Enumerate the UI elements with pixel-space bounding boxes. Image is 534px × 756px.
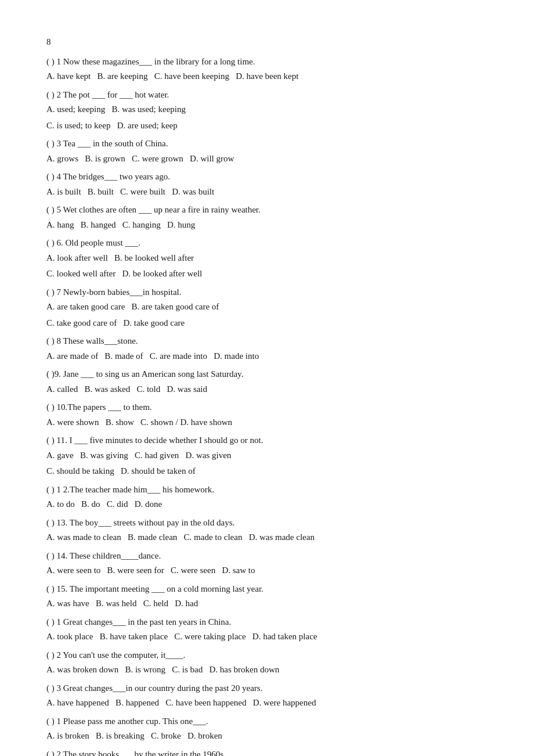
q11-text: ( ) 11. I ___ five minutes to decide whe… bbox=[46, 433, 488, 448]
q5-a: A. hang B. hanged C. hanging D. hung bbox=[46, 218, 488, 233]
q12-text: ( ) 1 2.The teacher made him___ his home… bbox=[46, 483, 488, 498]
q8-a: A. are made of B. made of C. are made in… bbox=[46, 349, 488, 364]
q12-a: A. to do B. do C. did D. done bbox=[46, 497, 488, 512]
q3-a: A. grows B. is grown C. were grown D. wi… bbox=[46, 152, 488, 167]
q14-text: ( ) 14. These children____dance. bbox=[46, 549, 488, 564]
page-number: 8 bbox=[46, 35, 488, 50]
q4-a: A. is built B. built C. were built D. wa… bbox=[46, 185, 488, 200]
q17-a: A. was broken down B. is wrong C. is bad… bbox=[46, 663, 488, 678]
q11-a1: A. gave B. was giving C. had given D. wa… bbox=[46, 448, 488, 463]
q14-a: A. were seen to B. were seen for C. were… bbox=[46, 563, 488, 578]
q9-text: ( )9. Jane ___ to sing us an American so… bbox=[46, 367, 488, 382]
q15-a: A. was have B. was held C. held D. had bbox=[46, 596, 488, 611]
questions-list: ( ) 1 Now these magazines___ in the libr… bbox=[46, 55, 488, 757]
q2-a1: A. used; keeping B. was used; keeping bbox=[46, 102, 488, 117]
q6-text: ( ) 6. Old people must ___. bbox=[46, 236, 488, 251]
q18-text: ( ) 3 Great changes___in our country dur… bbox=[46, 681, 488, 696]
q17-text: ( ) 2 You can't use the computer, it____… bbox=[46, 648, 488, 663]
q5-text: ( ) 5 Wet clothes are often ___ up near … bbox=[46, 203, 488, 218]
q1-a: A. have kept B. are keeping C. have been… bbox=[46, 69, 488, 84]
q7-a2: C. take good care of D. take good care bbox=[46, 316, 488, 331]
q19-a: A. is broken B. is breaking C. broke D. … bbox=[46, 729, 488, 744]
q18-a: A. have happened B. happened C. have bee… bbox=[46, 696, 488, 711]
q1-text: ( ) 1 Now these magazines___ in the libr… bbox=[46, 55, 488, 70]
q10-text: ( ) 10.The papers ___ to them. bbox=[46, 400, 488, 415]
q2-a2: C. is used; to keep D. are used; keep bbox=[46, 118, 488, 134]
q7-a1: A. are taken good care B. are taken good… bbox=[46, 300, 488, 315]
q6-a1: A. look after well B. be looked well aft… bbox=[46, 251, 488, 266]
q20-text: ( ) 2 The story books___ by the writer i… bbox=[46, 747, 488, 757]
q2-text: ( ) 2 The pot ___ for ___ hot water. bbox=[46, 88, 488, 103]
q7-text: ( ) 7 Newly-born babies___in hospital. bbox=[46, 285, 488, 300]
q10-a: A. were shown B. show C. shown / D. have… bbox=[46, 415, 488, 430]
q19-text: ( ) 1 Please pass me another cup. This o… bbox=[46, 714, 488, 729]
q3-text: ( ) 3 Tea ___ in the south of China. bbox=[46, 136, 488, 152]
q15-text: ( ) 15. The important meeting ___ on a c… bbox=[46, 582, 488, 597]
q16-a: A. took place B. have taken place C. wer… bbox=[46, 629, 488, 645]
q9-a: A. called B. was asked C. told D. was sa… bbox=[46, 382, 488, 397]
q11-a2: C. should be taking D. should be taken o… bbox=[46, 464, 488, 479]
q4-text: ( ) 4 The bridges___ two years ago. bbox=[46, 170, 488, 185]
q13-a: A. was made to clean B. made clean C. ma… bbox=[46, 530, 488, 545]
q16-text: ( ) 1 Great changes___ in the past ten y… bbox=[46, 615, 488, 630]
q8-text: ( ) 8 These walls___stone. bbox=[46, 334, 488, 349]
page-container: 8 ( ) 1 Now these magazines___ in the li… bbox=[46, 35, 488, 756]
q13-text: ( ) 13. The boy___ streets without pay i… bbox=[46, 516, 488, 531]
q6-a2: C. looked well after D. be looked after … bbox=[46, 267, 488, 282]
